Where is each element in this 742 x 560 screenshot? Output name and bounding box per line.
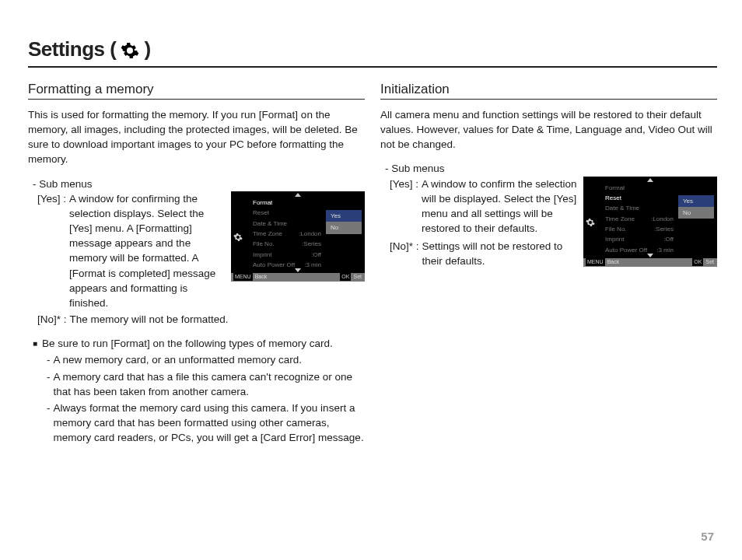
- submenu-text: [Yes] : A window for confirming the sele…: [28, 191, 225, 310]
- menu-row: File No.:Series: [597, 224, 677, 234]
- screenshot-sidebar: [231, 202, 245, 272]
- menu-row: Imprint:Off: [597, 234, 677, 244]
- formatting-intro: This is used for formatting the memory. …: [28, 107, 365, 167]
- up-arrow-icon: [295, 193, 301, 197]
- sub-menus-label: - Sub menus: [33, 177, 365, 191]
- menu-row: Date & Time: [245, 219, 324, 229]
- menu-row: Time Zone:London: [245, 229, 324, 239]
- menu-row: Reset: [597, 193, 677, 203]
- bar-back: Back: [255, 273, 268, 281]
- no-text: The memory will not be formatted.: [70, 312, 229, 327]
- sub-menus-label: - Sub menus: [385, 161, 717, 176]
- screenshot-menu: Format Reset Date & Time Time Zone:Londo…: [597, 183, 677, 257]
- title-text-a: Settings (: [28, 37, 116, 61]
- yes-no-popup: Yes No: [678, 195, 714, 219]
- gear-icon: [233, 233, 243, 242]
- down-arrow-icon: [647, 254, 653, 257]
- menu-row: Format: [245, 198, 324, 208]
- gear-icon: [121, 41, 139, 60]
- screenshot-sidebar: [583, 187, 597, 257]
- note-item: -A memory card that has a file this came…: [47, 369, 365, 399]
- screenshot-footer-bar: MENU Back OK Set: [231, 273, 365, 282]
- initialization-intro: All camera menu and function settings wi…: [380, 107, 717, 152]
- title-text-b: ): [144, 37, 150, 61]
- ok-tag: OK: [692, 258, 703, 266]
- notes-heading-text: Be sure to run [Format] on the following…: [42, 336, 333, 351]
- no-item: [No]* : Settings will not be restored to…: [390, 239, 577, 268]
- section-heading-initialization: Initialization: [380, 82, 717, 100]
- no-key: [No]* :: [390, 239, 419, 268]
- screenshot-menu: Format Reset Date & Time Time Zone:Londo…: [245, 198, 324, 272]
- bar-set: Set: [705, 258, 714, 266]
- note-item: -Always format the memory card using thi…: [47, 401, 365, 445]
- yes-key: [Yes] :: [37, 191, 66, 310]
- yes-text: A window to confirm the selection will b…: [422, 177, 577, 236]
- yes-key: [Yes] :: [390, 177, 418, 236]
- menu-row: Imprint:Off: [245, 250, 324, 260]
- yes-no-popup: Yes No: [326, 210, 362, 234]
- left-column: Formatting a memory This is used for for…: [28, 82, 365, 445]
- no-text: Settings will not be restored to their d…: [422, 239, 577, 268]
- submenu-text: [Yes] : A window to confirm the selectio…: [380, 177, 577, 269]
- no-key: [No]* :: [37, 312, 67, 327]
- section-heading-formatting: Formatting a memory: [28, 82, 365, 100]
- yes-item: [Yes] : A window for confirming the sele…: [37, 191, 225, 310]
- page-title: Settings ( ): [28, 37, 717, 68]
- menu-row: File No.:Series: [245, 239, 324, 249]
- down-arrow-icon: [295, 268, 301, 272]
- page-number: 57: [701, 530, 714, 543]
- yes-item: [Yes] : A window to confirm the selectio…: [390, 177, 577, 236]
- popup-option-no: No: [326, 222, 362, 233]
- menu-row: Date & Time: [597, 203, 677, 213]
- square-bullet-icon: ■: [33, 338, 37, 351]
- initialization-submenu-block: [Yes] : A window to confirm the selectio…: [380, 177, 717, 269]
- up-arrow-icon: [647, 178, 653, 182]
- format-notes: ■ Be sure to run [Format] on the followi…: [33, 336, 365, 445]
- yes-text: A window for confirming the selection di…: [69, 191, 225, 310]
- no-item: [No]* : The memory will not be formatted…: [37, 312, 365, 327]
- menu-tag: MENU: [233, 273, 253, 281]
- bar-set: Set: [353, 273, 362, 281]
- right-body: All camera menu and function settings wi…: [380, 107, 717, 269]
- right-column: Initialization All camera menu and funct…: [380, 82, 717, 445]
- popup-option-yes: Yes: [678, 195, 714, 207]
- menu-row: Reset: [245, 208, 324, 218]
- bar-back: Back: [607, 258, 620, 266]
- camera-screenshot-format: Format Reset Date & Time Time Zone:Londo…: [231, 191, 365, 282]
- menu-row: Auto Power Off:3 min: [245, 260, 324, 270]
- menu-row: Format: [597, 183, 677, 193]
- ok-tag: OK: [340, 273, 351, 281]
- note-item: -A new memory card, or an unformatted me…: [47, 352, 365, 367]
- gear-icon: [586, 218, 595, 227]
- menu-row: Auto Power Off:3 min: [597, 245, 677, 255]
- notes-heading: ■ Be sure to run [Format] on the followi…: [33, 336, 365, 351]
- left-body: This is used for formatting the memory. …: [28, 107, 365, 445]
- popup-option-yes: Yes: [326, 210, 362, 222]
- manual-page: Settings ( ) Formatting a memory This is…: [0, 0, 742, 560]
- two-column-layout: Formatting a memory This is used for for…: [28, 82, 717, 445]
- menu-tag: MENU: [586, 258, 605, 266]
- menu-row: Time Zone:London: [597, 214, 677, 224]
- camera-screenshot-reset: Format Reset Date & Time Time Zone:Londo…: [583, 177, 717, 267]
- popup-option-no: No: [678, 207, 714, 219]
- formatting-submenu-block: [Yes] : A window for confirming the sele…: [28, 191, 365, 310]
- screenshot-footer-bar: MENU Back OK Set: [583, 258, 717, 267]
